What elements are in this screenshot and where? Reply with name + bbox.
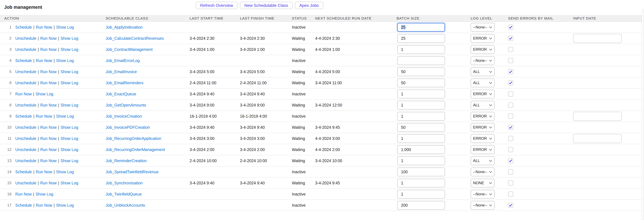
action-link-run-now[interactable]: Run Now <box>40 47 57 52</box>
batch-size-input[interactable]: 1 <box>397 45 445 54</box>
send-errors-checkbox[interactable] <box>508 147 513 152</box>
action-link-run-now[interactable]: Run Now <box>40 36 57 41</box>
log-level-select[interactable]: --None-- <box>471 23 494 32</box>
action-link-unschedule[interactable]: Unschedule <box>15 69 36 74</box>
action-link-unschedule[interactable]: Unschedule <box>15 147 36 152</box>
batch-size-input[interactable]: 1 <box>397 190 445 199</box>
action-link-show-log[interactable]: Show Log <box>60 181 78 185</box>
action-link-run-now[interactable]: Run Now <box>40 69 57 74</box>
schedulable-class-link[interactable]: Job_InvoicePDFCreation <box>106 125 150 129</box>
schedulable-class-link[interactable]: Job_ReminderCreation <box>106 158 146 163</box>
log-level-select[interactable]: --None-- <box>471 190 494 199</box>
action-link-show-log[interactable]: Show Log <box>56 114 74 118</box>
schedulable-class-link[interactable]: Job_TwinfieldQueue <box>106 192 142 196</box>
send-errors-checkbox[interactable] <box>508 158 513 163</box>
batch-size-input[interactable]: 50 <box>397 67 445 76</box>
action-link-schedule[interactable]: Schedule <box>15 114 32 118</box>
schedulable-class-link[interactable]: Job_ExactQueue <box>106 92 136 96</box>
action-link-show-log[interactable]: Show Log <box>60 81 78 85</box>
action-link-run-now[interactable]: Run Now <box>40 81 57 85</box>
log-level-select[interactable]: ERROR <box>471 45 494 54</box>
batch-size-input[interactable]: 1 <box>397 112 445 121</box>
action-link-schedule[interactable]: Schedule <box>15 170 32 174</box>
action-link-show-log[interactable]: Show Log <box>56 203 74 208</box>
input-date-field[interactable] <box>573 34 622 43</box>
log-level-select[interactable]: ALL <box>471 156 494 165</box>
action-link-run-now[interactable]: Run Now <box>40 147 57 152</box>
action-link-run-now[interactable]: Run Now <box>40 181 57 185</box>
action-link-show-log[interactable]: Show Log <box>60 136 78 141</box>
send-errors-checkbox[interactable] <box>508 192 513 197</box>
action-link-unschedule[interactable]: Unschedule <box>15 81 36 85</box>
batch-size-input[interactable]: 1 <box>397 134 445 143</box>
schedulable-class-link[interactable]: Job_UnblockAccounts <box>106 203 145 208</box>
send-errors-checkbox[interactable] <box>508 136 513 141</box>
schedulable-class-link[interactable]: Job_GetOpenAmounts <box>106 103 146 107</box>
action-link-run-now[interactable]: Run Now <box>40 103 57 107</box>
action-link-show-log[interactable]: Show Log <box>60 158 78 163</box>
log-level-select[interactable]: --None-- <box>471 201 494 210</box>
input-date-field[interactable] <box>573 112 622 121</box>
log-level-select[interactable]: ERROR <box>471 145 494 154</box>
send-errors-checkbox[interactable] <box>508 69 513 74</box>
schedulable-class-link[interactable]: Job_SpreadTwinfieldRevenue <box>106 170 158 174</box>
log-level-select[interactable]: ERROR <box>471 134 494 143</box>
action-link-show-log[interactable]: Show Log <box>36 192 53 196</box>
schedulable-class-link[interactable]: Job_InvoiceCreation <box>106 114 142 118</box>
send-errors-checkbox[interactable] <box>508 203 513 208</box>
schedulable-class-link[interactable]: Job_CalculateContractRevenues <box>106 36 164 41</box>
batch-size-input[interactable]: 1 <box>397 179 445 187</box>
action-link-show-log[interactable]: Show Log <box>60 36 78 41</box>
action-link-unschedule[interactable]: Unschedule <box>15 47 36 52</box>
log-level-select[interactable]: ALL <box>471 79 494 87</box>
action-link-schedule[interactable]: Schedule <box>15 58 32 63</box>
log-level-select[interactable]: ERROR <box>471 112 494 121</box>
log-level-select[interactable]: ALL <box>471 67 494 76</box>
action-link-schedule[interactable]: Schedule <box>15 203 32 208</box>
send-errors-checkbox[interactable] <box>508 25 513 30</box>
send-errors-checkbox[interactable] <box>508 125 513 130</box>
action-link-run-now[interactable]: Run Now <box>36 114 52 118</box>
action-link-unschedule[interactable]: Unschedule <box>15 181 36 185</box>
action-link-show-log[interactable]: Show Log <box>60 69 78 74</box>
log-level-select[interactable]: ERROR <box>471 34 494 43</box>
batch-size-input[interactable]: 200 <box>397 201 445 210</box>
send-errors-checkbox[interactable] <box>508 47 513 52</box>
batch-size-input[interactable]: 25 <box>397 23 445 32</box>
schedulable-class-link[interactable]: Job_ContractManagement <box>106 47 153 52</box>
schedulable-class-link[interactable]: Job_EmailErrorLog <box>106 58 140 63</box>
action-link-show-log[interactable]: Show Log <box>56 170 74 174</box>
batch-size-input[interactable]: 1 <box>397 101 445 110</box>
send-errors-checkbox[interactable] <box>508 114 513 119</box>
send-errors-checkbox[interactable] <box>508 58 513 63</box>
action-link-run-now[interactable]: Run Now <box>40 158 57 163</box>
action-link-unschedule[interactable]: Unschedule <box>15 136 36 141</box>
schedulable-class-link[interactable]: Job_RecurringOrderManagement <box>106 147 165 152</box>
action-link-schedule[interactable]: Schedule <box>15 25 32 29</box>
send-errors-checkbox[interactable] <box>508 80 513 85</box>
log-level-select[interactable]: NONE <box>471 179 494 187</box>
batch-size-input[interactable]: 1 <box>397 90 445 98</box>
schedulable-class-link[interactable]: Job_Synchronisation <box>106 181 142 185</box>
vertical-scrollbar[interactable] <box>642 9 644 220</box>
batch-size-input[interactable] <box>397 56 445 65</box>
schedulable-class-link[interactable]: Job_EmailInvoice <box>106 69 137 74</box>
batch-size-input[interactable]: 1.000 <box>397 145 445 154</box>
schedulable-class-link[interactable]: Job_ApplyIndexation <box>106 25 142 29</box>
action-link-run-now[interactable]: Run Now <box>40 136 57 141</box>
log-level-select[interactable]: --None-- <box>471 168 494 176</box>
action-link-run-now[interactable]: Run Now <box>36 203 52 208</box>
batch-size-input[interactable]: 100 <box>397 168 445 176</box>
action-link-unschedule[interactable]: Unschedule <box>15 103 36 107</box>
action-link-show-log[interactable]: Show Log <box>36 92 53 96</box>
action-link-run-now[interactable]: Run Now <box>15 92 32 96</box>
action-link-show-log[interactable]: Show Log <box>56 25 74 29</box>
apex-jobs-button[interactable]: Apex Jobs <box>295 2 323 9</box>
input-date-field[interactable] <box>573 134 622 143</box>
action-link-show-log[interactable]: Show Log <box>56 58 74 63</box>
action-link-show-log[interactable]: Show Log <box>60 103 78 107</box>
new-schedulable-class-button[interactable]: New Schedulable Class <box>240 2 293 9</box>
action-link-run-now[interactable]: Run Now <box>36 170 52 174</box>
action-link-unschedule[interactable]: Unschedule <box>15 36 36 41</box>
batch-size-input[interactable]: 25 <box>397 34 445 43</box>
